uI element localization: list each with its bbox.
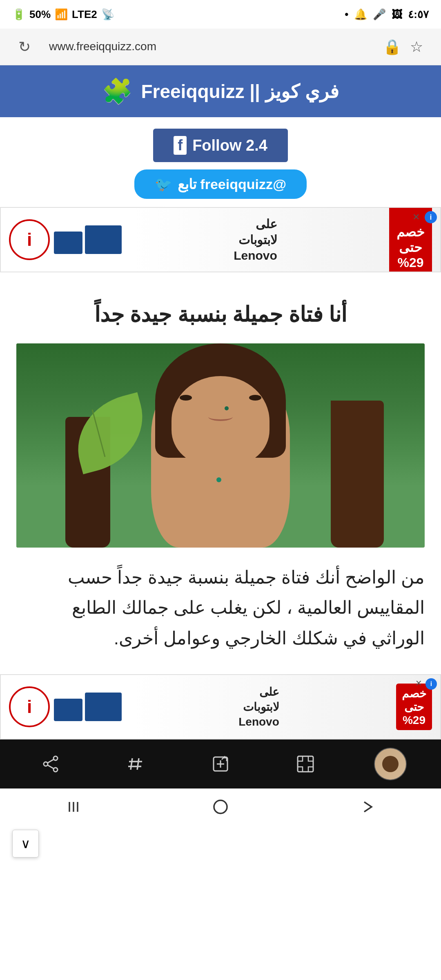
ad-brand-icon: i bbox=[27, 229, 32, 250]
lte-label: LTE2 bbox=[72, 8, 97, 21]
status-right: • 🔔 🎤 🖼 ٤:٥٧ bbox=[345, 8, 429, 21]
ad-close-button[interactable]: ✕ bbox=[410, 211, 422, 223]
time-display: ٤:٥٧ bbox=[408, 8, 429, 21]
svg-point-1 bbox=[44, 762, 48, 766]
site-header: 🧩 فري كويز || Freeiqquizz bbox=[0, 65, 441, 117]
system-nav bbox=[0, 788, 441, 829]
twitter-follow-button[interactable]: 🐦 @freeiqquizz تابع bbox=[134, 169, 307, 199]
bookmark-icon[interactable]: ☆ bbox=[404, 38, 429, 56]
signal-icon: 📶 bbox=[55, 8, 68, 21]
svg-point-2 bbox=[53, 768, 58, 772]
battery-icon: 🔋 bbox=[12, 8, 25, 21]
ad-text-line2: لابتوبات bbox=[238, 233, 277, 247]
ad-banner-top[interactable]: i على لابتوبات Lenovo خصمحتى%29 i ✕ bbox=[0, 207, 441, 272]
ad-text-line1: على bbox=[256, 217, 277, 231]
social-buttons-section: f Follow 2.4 🐦 @freeiqquizz تابع bbox=[0, 117, 441, 207]
svg-line-5 bbox=[131, 758, 132, 770]
twitter-icon: 🐦 bbox=[155, 176, 172, 192]
url-bar[interactable]: www.freeiqquizz.com bbox=[37, 29, 380, 65]
facebook-follow-label: Follow 2.4 bbox=[192, 137, 267, 154]
facebook-follow-button[interactable]: f Follow 2.4 bbox=[153, 129, 288, 162]
bottom-nav bbox=[0, 739, 441, 788]
bottom-nav-avatar[interactable] bbox=[374, 748, 407, 780]
main-content: أنا فتاة جميلة بنسبة جيدة جداً من الواضح… bbox=[0, 285, 441, 674]
mic-icon: 🎤 bbox=[373, 8, 386, 21]
article-title: أنا فتاة جميلة بنسبة جيدة جداً bbox=[16, 301, 425, 329]
ad-laptops bbox=[54, 225, 122, 254]
logo-icon: 🧩 bbox=[102, 77, 133, 106]
dot-indicator: • bbox=[345, 8, 348, 21]
ad-logo: i bbox=[9, 219, 50, 260]
browser-bar: ↻ www.freeiqquizz.com 🔒 ☆ bbox=[0, 29, 441, 65]
svg-point-16 bbox=[214, 800, 227, 813]
dropdown-button[interactable]: ∨ bbox=[12, 830, 39, 858]
site-title: فري كويز || Freeiqquizz bbox=[141, 80, 339, 102]
image-icon: 🖼 bbox=[392, 8, 402, 21]
wifi-icon: 📡 bbox=[101, 8, 114, 21]
ad-text-line3: Lenovo bbox=[234, 249, 277, 263]
ad-banner-right: على لابتوبات Lenovo bbox=[234, 217, 277, 263]
back-button[interactable] bbox=[65, 798, 82, 820]
lock-icon: 🔒 bbox=[380, 38, 404, 56]
home-button[interactable] bbox=[212, 798, 229, 820]
status-bar: 🔋 50% 📶 LTE2 📡 • 🔔 🎤 🖼 ٤:٥٧ bbox=[0, 0, 441, 29]
svg-rect-12 bbox=[298, 756, 313, 772]
expand-button[interactable] bbox=[289, 748, 322, 780]
ad-info-icon[interactable]: i bbox=[425, 211, 437, 223]
battery-percent: 50% bbox=[29, 8, 51, 21]
compose-button[interactable] bbox=[204, 748, 237, 780]
svg-line-4 bbox=[48, 765, 53, 768]
recent-button[interactable] bbox=[359, 798, 376, 820]
bottom-ad-close-button[interactable]: ✕ bbox=[415, 678, 422, 688]
ad-banner-bottom[interactable]: i على لابتوبات Lenovo خصمحتى%29 i ✕ bbox=[0, 674, 441, 739]
svg-point-0 bbox=[53, 756, 58, 760]
facebook-icon: f bbox=[174, 136, 187, 155]
hashtag-button[interactable] bbox=[119, 748, 152, 780]
share-button[interactable] bbox=[34, 748, 67, 780]
twitter-follow-label: @freeiqquizz تابع bbox=[178, 176, 286, 192]
svg-line-6 bbox=[137, 758, 139, 770]
ad-banner-left: i bbox=[9, 219, 122, 260]
svg-line-3 bbox=[48, 760, 53, 763]
notification-icon: 🔔 bbox=[354, 8, 367, 21]
bottom-ad-logo: i bbox=[9, 686, 50, 727]
status-left: 🔋 50% 📶 LTE2 📡 bbox=[12, 8, 114, 21]
bottom-ad-left: i bbox=[9, 686, 122, 727]
article-description: من الواضح أنك فتاة جميلة بنسبة جيدة جداً… bbox=[16, 562, 425, 654]
article-image bbox=[16, 343, 425, 548]
bottom-ad-info-icon[interactable]: i bbox=[425, 678, 437, 690]
reload-button[interactable]: ↻ bbox=[12, 38, 37, 56]
